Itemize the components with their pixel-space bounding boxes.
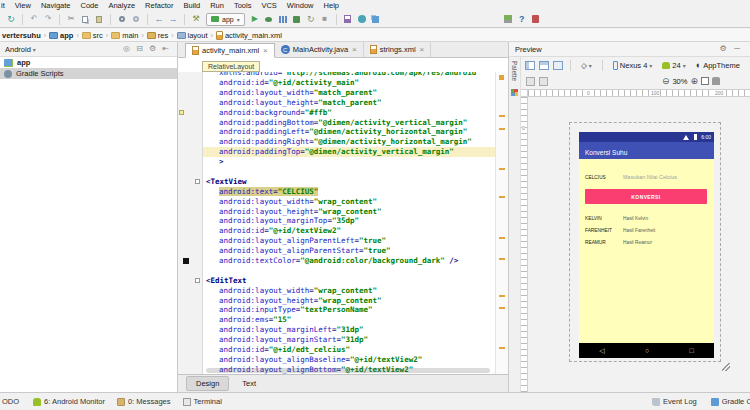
- code-line[interactable]: android:id="@+id/edt_celcius": [178, 345, 495, 355]
- project-view-selector[interactable]: Android ▾: [5, 45, 36, 54]
- code-line[interactable]: [178, 266, 495, 276]
- coverage-icon[interactable]: [291, 13, 303, 25]
- stripe-warning-icon[interactable]: [499, 115, 505, 117]
- zoom-out-icon[interactable]: ⊖: [662, 76, 670, 86]
- statusbar-terminal[interactable]: Terminal: [183, 397, 222, 406]
- menu-item-analyze[interactable]: Analyze: [103, 1, 140, 10]
- code-line[interactable]: android:layout_width="match_parent": [178, 88, 495, 98]
- celcius-input-hint[interactable]: Masukan Nilai Celcius: [623, 174, 677, 180]
- editor-tab-MainActivity-java[interactable]: CMainActivity.java×: [275, 42, 364, 57]
- hide-panel-icon[interactable]: ─: [731, 43, 743, 55]
- breadcrumb-item[interactable]: layout: [175, 31, 210, 40]
- sync-icon[interactable]: ↻: [5, 13, 17, 25]
- fold-icon[interactable]: [195, 278, 200, 283]
- breakpoint-icon[interactable]: [183, 258, 189, 264]
- xml-tag-breadcrumb[interactable]: RelativeLayout: [202, 61, 260, 72]
- project-tree-item-app[interactable]: app: [0, 57, 177, 68]
- code-line[interactable]: android:layout_width="wrap_content": [178, 286, 495, 296]
- preview-mode-grid-icon[interactable]: [553, 61, 563, 70]
- menu-item-run[interactable]: Run: [205, 1, 229, 10]
- code-line[interactable]: android:paddingRight="@dimen/activity_ho…: [178, 137, 495, 147]
- breadcrumb-item[interactable]: app: [47, 31, 75, 40]
- breadcrumb-item[interactable]: res: [145, 31, 170, 40]
- stripe-warning-icon[interactable]: [499, 196, 505, 198]
- stripe-warning-icon[interactable]: [499, 307, 505, 309]
- preview-mode-stacked-icon[interactable]: [525, 61, 535, 70]
- menu-item-build[interactable]: Build: [178, 1, 205, 10]
- device-selector[interactable]: Nexus 4▾: [609, 61, 657, 70]
- code-line[interactable]: android:layout_alignBaseline="@+id/textV…: [178, 355, 495, 365]
- breadcrumb-item[interactable]: vertersuhu: [0, 31, 43, 40]
- close-icon[interactable]: ×: [352, 45, 357, 54]
- code-line[interactable]: android:id="@+id/activity_main": [178, 78, 495, 88]
- menu-item-refactor[interactable]: Refactor: [140, 1, 178, 10]
- profile-icon[interactable]: [277, 13, 289, 25]
- code-line[interactable]: android:layout_height="wrap_content": [178, 207, 495, 217]
- close-icon[interactable]: ×: [263, 46, 268, 55]
- help-icon[interactable]: ?: [516, 13, 528, 25]
- menu-item-view[interactable]: View: [10, 1, 36, 10]
- project-structure-icon[interactable]: [502, 13, 514, 25]
- locate-icon[interactable]: ◎: [121, 44, 132, 55]
- device-preview[interactable]: 6:00 Konversi Suhu CELCIUS Masukan Nilai…: [579, 132, 714, 358]
- code-line[interactable]: >: [178, 157, 495, 167]
- stripe-warning-icon[interactable]: [499, 347, 505, 349]
- pan-icon[interactable]: [712, 77, 720, 85]
- menu-item-it[interactable]: it: [0, 1, 10, 10]
- code-line[interactable]: android:ems="15": [178, 315, 495, 325]
- code-line[interactable]: android:layout_height="match_parent": [178, 98, 495, 108]
- stripe-warning-icon[interactable]: [499, 258, 505, 260]
- code-editor[interactable]: xmlns:android="http://schemas.android.co…: [178, 72, 495, 374]
- render-options-icon[interactable]: [539, 77, 548, 86]
- zoom-in-icon[interactable]: ⊕: [690, 76, 698, 86]
- close-icon[interactable]: ×: [420, 45, 425, 54]
- menu-item-vcs[interactable]: VCS: [256, 1, 281, 10]
- orientation-selector[interactable]: ◇▾: [577, 61, 596, 70]
- undo-icon[interactable]: ↶: [28, 13, 40, 25]
- editor-tab-activity_main-xml[interactable]: activity_main.xml×: [185, 43, 275, 58]
- code-line[interactable]: android:layout_marginLeft="31dp": [178, 325, 495, 335]
- code-line[interactable]: android:paddingTop="@dimen/activity_vert…: [178, 147, 495, 157]
- code-line[interactable]: android:layout_marginTop="35dp": [178, 216, 495, 226]
- stripe-warning-icon[interactable]: [499, 75, 504, 80]
- code-line[interactable]: android:text="CELCIUS": [178, 187, 495, 197]
- code-line[interactable]: android:layout_height="wrap_content": [178, 296, 495, 306]
- statusbar-event-log[interactable]: Event Log: [652, 397, 697, 406]
- sdk-manager-icon[interactable]: [370, 13, 382, 25]
- code-line[interactable]: [178, 167, 495, 177]
- error-stripe[interactable]: [495, 72, 508, 374]
- stripe-warning-icon[interactable]: [499, 295, 505, 297]
- zoom-fit-icon[interactable]: [701, 77, 709, 85]
- konversi-button[interactable]: KONVERSI: [585, 189, 707, 204]
- stripe-warning-icon[interactable]: [499, 128, 505, 130]
- preview-canvas[interactable]: 0100200 0 6:00 Konversi Suhu CELCIUS Mas…: [521, 90, 750, 392]
- statusbar-odo[interactable]: ODO: [2, 397, 19, 406]
- code-line[interactable]: android:layout_alignParentStart="true": [178, 246, 495, 256]
- editor-mode-tab-text[interactable]: Text: [232, 376, 266, 391]
- code-line[interactable]: android:id="@+id/textView2": [178, 226, 495, 236]
- find-usages-icon[interactable]: [130, 13, 142, 25]
- code-line[interactable]: android:textColor="@android:color/backgr…: [178, 256, 495, 266]
- stripe-warning-icon[interactable]: [499, 237, 505, 239]
- code-line[interactable]: android:paddingBottom="@dimen/activity_v…: [178, 118, 495, 128]
- code-line[interactable]: android:layout_width="wrap_content": [178, 197, 495, 207]
- preview-mode-side-icon[interactable]: [539, 61, 549, 70]
- menu-item-code[interactable]: Code: [75, 1, 103, 10]
- copy-icon[interactable]: [79, 13, 91, 25]
- monitor-icon[interactable]: [342, 13, 354, 25]
- hide-icon[interactable]: ⇤: [160, 44, 171, 55]
- code-line[interactable]: android:paddingLeft="@dimen/activity_hor…: [178, 127, 495, 137]
- stop-icon[interactable]: ■: [319, 13, 331, 25]
- theme-selector[interactable]: ◐AppTheme: [692, 60, 744, 70]
- breadcrumb-item[interactable]: src: [80, 31, 105, 40]
- gear-icon[interactable]: ⚙: [717, 43, 729, 55]
- forward-icon[interactable]: →: [167, 13, 179, 25]
- breadcrumb-item[interactable]: activity_main.xml: [214, 31, 284, 40]
- editor-tab-strings-xml[interactable]: strings.xml×: [364, 42, 432, 57]
- cut-icon[interactable]: ✂: [65, 13, 77, 25]
- menu-item-help[interactable]: Help: [319, 1, 344, 10]
- menu-item-window[interactable]: Window: [282, 1, 319, 10]
- menu-item-tools[interactable]: Tools: [229, 1, 257, 10]
- code-line[interactable]: android:layout_marginStart="31dp": [178, 335, 495, 345]
- statusbar-0-messages[interactable]: 0: Messages: [117, 397, 171, 406]
